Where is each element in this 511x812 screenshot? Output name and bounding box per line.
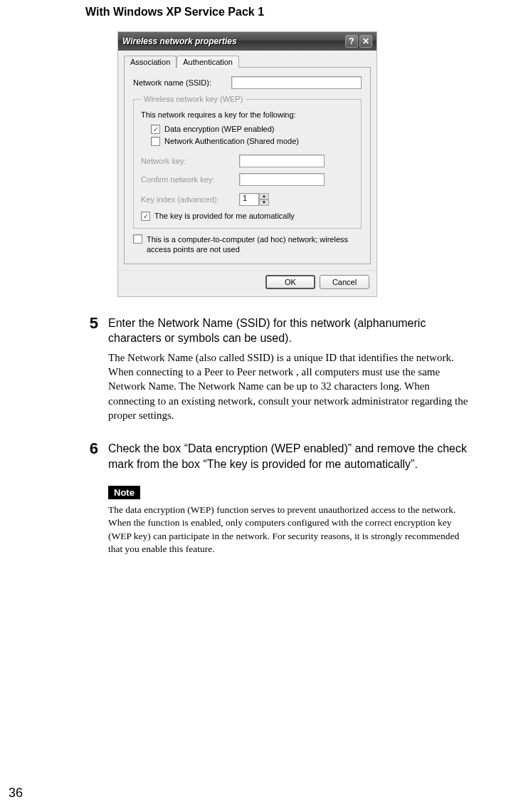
step-6-title: Check the box “Data encryption (WEP enab…	[108, 441, 468, 472]
label-network-auth: Network Authentication (Shared mode)	[164, 137, 299, 145]
cancel-label: Cancel	[332, 278, 357, 286]
key-index-label: Key index (advanced):	[141, 195, 233, 204]
wep-group-legend: Wireless network key (WEP)	[141, 95, 246, 103]
dialog-button-row: OK Cancel	[118, 270, 376, 296]
checkbox-network-auth[interactable]	[151, 137, 160, 146]
ssid-label: Network name (SSID):	[133, 78, 226, 87]
step-6-number: 6	[85, 441, 98, 556]
page-number: 36	[9, 786, 23, 801]
confirm-key-label: Confirm network key:	[141, 175, 233, 184]
network-key-label: Network key:	[141, 157, 233, 165]
section-heading: With Windows XP Service Pack 1	[85, 6, 483, 19]
label-auto-key: The key is provided for me automatically	[154, 212, 295, 220]
step-5-paragraph: The Network Name (also called SSID) is a…	[108, 350, 468, 422]
document-page: With Windows XP Service Pack 1 Wireless …	[0, 6, 511, 812]
chevron-up-icon[interactable]: ▲	[259, 193, 269, 199]
ok-label: OK	[285, 278, 296, 286]
chevron-down-icon[interactable]: ▼	[259, 199, 269, 206]
step-5-title: Enter the Network Name (SSID) for this n…	[108, 316, 468, 346]
ssid-input[interactable]	[231, 76, 362, 89]
close-icon[interactable]: ✕	[359, 35, 372, 48]
tab-panel-association: Network name (SSID): Wireless network ke…	[124, 67, 371, 264]
ok-button[interactable]: OK	[265, 275, 315, 289]
network-key-input[interactable]	[239, 155, 325, 167]
tab-authentication-label: Authentication	[183, 58, 233, 66]
tab-authentication[interactable]: Authentication	[177, 56, 239, 68]
wireless-properties-dialog: Wireless network properties ? ✕ Associat…	[117, 31, 377, 297]
checkbox-auto-key[interactable]: ✓	[141, 212, 150, 221]
dialog-screenshot: Wireless network properties ? ✕ Associat…	[117, 31, 377, 297]
tab-association-label: Association	[130, 58, 170, 66]
step-5: 5 Enter the Network Name (SSID) for this…	[85, 316, 483, 422]
wep-group: Wireless network key (WEP) This network …	[133, 95, 362, 229]
confirm-key-input[interactable]	[239, 173, 325, 186]
key-index-value: 1	[243, 194, 247, 202]
tab-strip: Association Authentication	[118, 51, 376, 67]
step-6: 6 Check the box “Data encryption (WEP en…	[85, 441, 483, 556]
window-title: Wireless network properties	[122, 36, 237, 46]
step-5-number: 5	[85, 316, 98, 422]
help-icon[interactable]: ?	[345, 35, 358, 48]
window-titlebar: Wireless network properties ? ✕	[118, 32, 376, 51]
tab-association[interactable]: Association	[124, 56, 177, 68]
label-adhoc: This is a computer-to-computer (ad hoc) …	[147, 234, 362, 255]
wep-intro-text: This network requires a key for the foll…	[141, 110, 354, 119]
key-index-stepper[interactable]: 1 ▲▼	[239, 193, 269, 206]
note-badge: Note	[108, 486, 140, 499]
label-data-encryption: Data encryption (WEP enabled)	[164, 125, 275, 133]
cancel-button[interactable]: Cancel	[320, 275, 369, 289]
checkbox-adhoc[interactable]	[133, 234, 142, 244]
checkbox-data-encryption[interactable]: ✓	[151, 125, 160, 134]
step-6-note-paragraph: The data encryption (WEP) function serve…	[108, 504, 468, 556]
